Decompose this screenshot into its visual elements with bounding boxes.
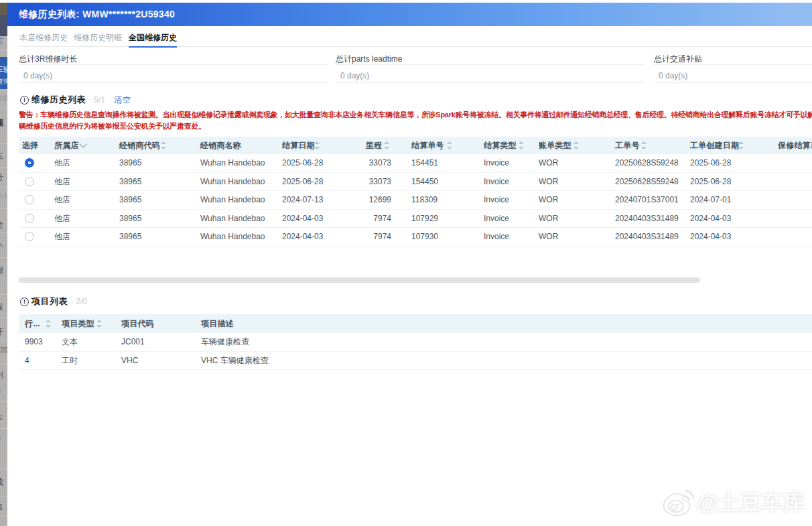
background-text-fragment: 类 (0, 221, 7, 229)
background-text-fragment: 20 (0, 346, 7, 354)
background-divider (0, 318, 7, 318)
col-header-line-no[interactable]: 行... (25, 318, 40, 330)
modal-header[interactable]: 维修历史列表: WMW*******2U59340 (7, 3, 812, 26)
background-text-fragment: 线车 (0, 95, 7, 102)
sort-icon[interactable] (384, 141, 389, 149)
sort-icon[interactable] (573, 141, 579, 149)
cell-store: 他店 (54, 212, 70, 224)
radio-unselected[interactable] (25, 195, 34, 204)
cell-dealer-code: 38965 (119, 232, 141, 241)
cell-item-desc: 车辆健康检查 (201, 336, 249, 348)
cell-bill-type: WOR (539, 214, 558, 223)
cell-dealer-code: 38965 (119, 214, 141, 223)
background-divider (0, 401, 7, 402)
background-divider (0, 340, 7, 340)
cell-settle-date: 2024-07-13 (282, 195, 323, 204)
radio-unselected[interactable] (25, 232, 34, 241)
sort-icon[interactable] (96, 320, 102, 328)
history-section-header: ! 维修历史列表 · 5/1 清空 (20, 94, 131, 106)
col-header-wo-date[interactable]: 工单创建日期 (690, 140, 739, 151)
tab-national-history[interactable]: 全国维修历史 (129, 32, 177, 47)
horizontal-scrollbar (19, 277, 812, 283)
col-header-mileage[interactable]: 里程 (314, 140, 382, 151)
col-header-settle-type[interactable]: 结算类型 (484, 140, 517, 151)
history-section-title: 维修历史列表 (31, 94, 86, 106)
stat-label: 总计parts leadtime (336, 48, 645, 65)
col-header-dealer-code[interactable]: 经销商代码 (119, 140, 160, 151)
stat-value: 0 day(s) (336, 65, 645, 83)
col-header-settle-date[interactable]: 结算日期 (282, 140, 315, 151)
cell-wo-no: 20250628S59248 (615, 158, 679, 168)
background-divider (0, 497, 7, 497)
watermark: @土豆车库 (661, 488, 805, 519)
col-header-settle-no[interactable]: 结算单号 (411, 140, 444, 151)
history-table-row[interactable]: 他店 38965 Wuhan Handebao 2024-04-03 7974 … (19, 210, 812, 228)
history-table-row[interactable]: 他店 38965 Wuhan Handebao 2024-07-13 12699… (19, 191, 812, 210)
stat-label: 总计交通补贴 (654, 48, 812, 65)
col-header-item-type[interactable]: 项目类型 (62, 318, 94, 330)
history-table-row[interactable]: 他店 38965 Wuhan Handebao 2025-06-28 33073… (19, 173, 812, 192)
col-header-item-desc: 项目描述 (201, 318, 234, 330)
history-table-row[interactable]: 他店 38965 Wuhan Handebao 2024-04-03 7974 … (19, 228, 812, 247)
cell-item-desc: VHC 车辆健康检查 (201, 354, 269, 366)
background-text-fragment: 本 (0, 414, 7, 422)
chevron-down-icon[interactable] (79, 140, 86, 147)
sort-icon[interactable] (447, 141, 452, 149)
tab-history-detail[interactable]: 维修历史明细 (74, 32, 122, 47)
radio-unselected[interactable] (25, 177, 34, 186)
cell-dealer-name: Wuhan Handebao (200, 232, 265, 241)
background-divider (0, 187, 7, 188)
watermark-text: @土豆车库 (697, 488, 805, 518)
history-table: 选择 所属店 经销商代码 经销商名称 结算日期 里程 结算单号 结算类型 账单类… (19, 137, 812, 247)
sort-icon[interactable] (161, 141, 166, 149)
background-divider (0, 233, 7, 233)
background-text-fragment: 到 (0, 371, 7, 379)
cell-settle-no: 107930 (411, 232, 438, 241)
cell-dealer-name: Wuhan Handebao (200, 177, 265, 186)
sort-icon[interactable] (641, 141, 647, 149)
horizontal-scrollbar-thumb[interactable] (19, 277, 700, 283)
cell-dealer-name: Wuhan Handebao (200, 214, 265, 223)
items-table-row[interactable]: 9903 文本 JC001 车辆健康检查 (19, 333, 812, 352)
background-divider (0, 167, 7, 168)
col-header-wo-no[interactable]: 工单号 (615, 140, 640, 151)
cell-settle-no: 154451 (411, 158, 438, 168)
background-text-fragment: 服 (0, 266, 7, 274)
sort-icon[interactable] (738, 141, 744, 149)
items-table-row[interactable]: 4 工时 VHC VHC 车辆健康检查 (19, 352, 812, 371)
cell-settle-no: 107929 (411, 214, 438, 223)
cell-bill-type: WOR (539, 232, 558, 241)
cell-settle-no: 154450 (411, 177, 438, 186)
tab-own-store-history[interactable]: 本店维修历史 (19, 32, 68, 47)
cell-wo-date: 2024-04-03 (690, 214, 731, 223)
cell-dealer-name: Wuhan Handebao (200, 158, 265, 168)
background-text-fragment: 人 (0, 239, 7, 247)
stat-3r-repair-duration: 总计3R维修时长 0 day(s) (19, 48, 328, 83)
background-divider (0, 428, 7, 429)
cell-settle-type: Invoice (484, 214, 509, 223)
background-text-fragment: 名 (0, 503, 7, 511)
history-table-row[interactable]: 他店 38965 Wuhan Handebao 2025-06-28 33073… (19, 154, 812, 173)
cell-store: 他店 (54, 176, 70, 187)
radio-unselected[interactable] (25, 214, 34, 223)
cell-wo-no: 20240701S37001 (615, 195, 679, 204)
cell-wo-date: 2025-06-28 (690, 158, 731, 168)
cell-dealer-code: 38965 (119, 158, 141, 168)
col-header-store[interactable]: 所属店 (54, 140, 79, 151)
col-header-bill-type[interactable]: 账单类型 (539, 140, 571, 151)
background-text-fragment: 号 (0, 173, 7, 181)
items-table: 行... 项目类型 项目代码 项目描述 9903 文本 JC001 车辆健康检查… (19, 314, 812, 371)
clear-button[interactable]: 清空 (114, 94, 131, 106)
radio-selected[interactable] (25, 158, 34, 168)
cell-mileage: 33073 (334, 177, 391, 186)
col-header-warranty-date[interactable]: 保修结算日期 (778, 140, 812, 151)
background-text-fragment: 额 (0, 119, 7, 127)
cell-dealer-code: 38965 (119, 177, 141, 186)
modal-title: 维修历史列表: WMW*******2U59340 (7, 9, 175, 21)
background-page-sliver: 车 车辆 查询 线车 额 车 号 输入 类 人 服 保 开 20 到 选 本 选… (0, 3, 7, 526)
cell-item-type: 工时 (62, 354, 78, 366)
sort-icon[interactable] (46, 320, 51, 328)
stat-value: 0 day(s) (19, 65, 328, 83)
background-text-fragment: 保 (0, 303, 7, 311)
sort-icon[interactable] (519, 141, 524, 149)
